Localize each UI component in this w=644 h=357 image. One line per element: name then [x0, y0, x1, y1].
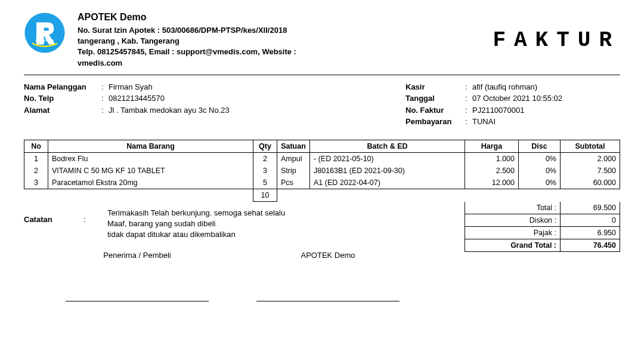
- company-info: APOTEK Demo No. Surat Izin Apotek : 503/…: [78, 12, 481, 69]
- cell-disc: 0%: [519, 165, 561, 177]
- cell-disc: 0%: [519, 177, 561, 189]
- customer-name-label: Nama Pelanggan: [24, 81, 101, 93]
- notes-section: Catatan : Terimakasih Telah berkunjung. …: [24, 208, 465, 241]
- logo-icon: KLINIK RAYA: [24, 12, 66, 54]
- cell-price: 12.000: [465, 177, 519, 189]
- customer-name: Firman Syah: [109, 81, 153, 93]
- cell-unit: Ampul: [277, 152, 310, 165]
- company-name: APOTEK Demo: [78, 12, 481, 23]
- cell-price: 1.000: [465, 152, 519, 165]
- col-name: Nama Barang: [48, 140, 253, 152]
- signature-section: Penerima / Pembeli APOTEK Demo: [24, 251, 465, 301]
- document-title: FAKTUR: [481, 28, 620, 53]
- signature-line: [256, 260, 400, 301]
- discount-value: 0: [561, 214, 620, 226]
- invoice-no: PJ2110070001: [472, 104, 524, 116]
- signature-line: [66, 260, 209, 301]
- signature-company: APOTEK Demo: [250, 251, 405, 301]
- col-subtotal: Subtotal: [561, 140, 620, 152]
- cell-qty: 2: [253, 152, 277, 165]
- grand-total-label: Grand Total :: [465, 239, 561, 251]
- col-batch: Batch & ED: [310, 140, 465, 152]
- cell-disc: 0%: [519, 152, 561, 165]
- address-line: tangerang , Kab. Tangerang: [78, 36, 481, 47]
- tax-value: 6.950: [561, 226, 620, 239]
- cell-qty: 3: [253, 165, 277, 177]
- license-line: No. Surat Izin Apotek : 503/00686/DPM-PT…: [78, 25, 481, 36]
- cashier-label: Kasir: [405, 81, 465, 93]
- col-price: Harga: [465, 140, 519, 152]
- cell-price: 2.500: [465, 165, 519, 177]
- col-unit: Satuan: [277, 140, 310, 152]
- cell-no: 3: [24, 177, 48, 189]
- payment: TUNAI: [472, 116, 496, 128]
- notes-text: Terimakasih Telah berkunjung. semoga seh…: [107, 208, 285, 241]
- header: KLINIK RAYA APOTEK Demo No. Surat Izin A…: [24, 12, 620, 75]
- invoice-no-label: No. Faktur: [405, 104, 465, 116]
- signature-receiver: Penerima / Pembeli: [60, 251, 215, 301]
- grand-total-value: 76.450: [561, 239, 620, 251]
- cell-subtotal: 2.000: [561, 152, 620, 165]
- cell-no: 2: [24, 165, 48, 177]
- date-label: Tanggal: [405, 93, 465, 104]
- qty-total-row: 10: [24, 189, 620, 201]
- cell-subtotal: 60.000: [561, 177, 620, 189]
- items-table: No Nama Barang Qty Satuan Batch & ED Har…: [24, 140, 620, 202]
- cell-name: Bodrex Flu: [48, 152, 253, 165]
- cell-unit: Strip: [277, 165, 310, 177]
- total-label: Total :: [465, 202, 561, 214]
- notes-label: Catatan: [24, 208, 83, 241]
- cell-subtotal: 7.500: [561, 165, 620, 177]
- table-row: 1Bodrex Flu2Ampul- (ED 2021-05-10)1.0000…: [24, 152, 620, 165]
- meta-section: Nama Pelanggan : Firman Syah No. Telp : …: [24, 81, 620, 128]
- col-no: No: [24, 140, 48, 152]
- table-row: 3Paracetamol Ekstra 20mg5PcsA1 (ED 2022-…: [24, 177, 620, 189]
- cell-name: VITAMIN C 50 MG KF 10 TABLET: [48, 165, 253, 177]
- date: 07 October 2021 10:55:02: [472, 93, 562, 104]
- total-value: 69.500: [561, 202, 620, 214]
- cell-qty: 5: [253, 177, 277, 189]
- qty-total: 10: [253, 189, 277, 201]
- svg-text:KLINIK RAYA: KLINIK RAYA: [36, 39, 54, 42]
- customer-phone-label: No. Telp: [24, 93, 101, 104]
- payment-label: Pembayaran: [405, 116, 465, 128]
- col-disc: Disc: [519, 140, 561, 152]
- invoice-info: Kasir : afif (taufiq rohman) Tanggal : 0…: [405, 81, 620, 128]
- cell-batch: - (ED 2021-05-10): [310, 152, 465, 165]
- customer-address: Jl . Tambak medokan ayu 3c No.23: [109, 104, 230, 116]
- table-header-row: No Nama Barang Qty Satuan Batch & ED Har…: [24, 140, 620, 152]
- summary-table: Total : 69.500 Diskon : 0 Pajak : 6.950 …: [465, 202, 620, 252]
- cell-name: Paracetamol Ekstra 20mg: [48, 177, 253, 189]
- cell-no: 1: [24, 152, 48, 165]
- cell-batch: A1 (ED 2022-04-07): [310, 177, 465, 189]
- customer-address-label: Alamat: [24, 104, 101, 116]
- customer-phone: 0821213445570: [109, 93, 165, 104]
- discount-label: Diskon :: [465, 214, 561, 226]
- contact-line: Telp. 08125457845, Email : support@vmedi…: [78, 47, 328, 68]
- cell-batch: J80163B1 (ED 2021-09-30): [310, 165, 465, 177]
- tax-label: Pajak :: [465, 226, 561, 239]
- customer-info: Nama Pelanggan : Firman Syah No. Telp : …: [24, 81, 405, 128]
- cell-unit: Pcs: [277, 177, 310, 189]
- table-row: 2VITAMIN C 50 MG KF 10 TABLET3StripJ8016…: [24, 165, 620, 177]
- col-qty: Qty: [253, 140, 277, 152]
- cashier: afif (taufiq rohman): [472, 81, 537, 93]
